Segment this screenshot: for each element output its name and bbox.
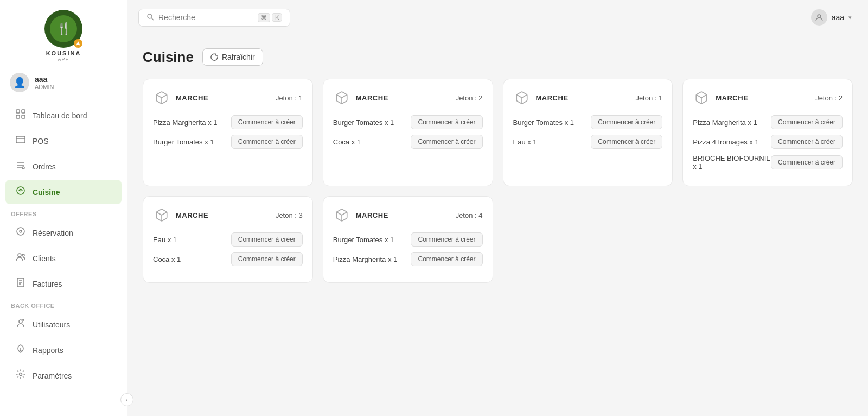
start-button-2[interactable]: Commencer à créer: [231, 252, 303, 266]
user-chip-name: aaa: [832, 13, 844, 22]
card-header-left: MARCHE: [513, 89, 569, 106]
sidebar-item-label: Paramètres: [33, 371, 72, 380]
order-item-name: Pizza Margherita x 1: [693, 118, 757, 127]
box-icon: [153, 89, 170, 106]
cuisine-icon: [15, 186, 26, 198]
svg-point-23: [818, 15, 821, 18]
main-content: ⌘ K aaa ▾ Cuisine: [127, 0, 868, 416]
rapports-icon: [15, 344, 26, 356]
order-item-1: Burger Tomates x 1 Commencer à créer: [333, 115, 483, 129]
order-item-name: BRIOCHE BIOFOURNIL x 1: [693, 154, 771, 171]
order-card-4: MARCHE Jeton : 2 Pizza Margherita x 1 Co…: [682, 79, 853, 186]
svg-line-22: [152, 18, 154, 20]
sidebar-item-label: Réservation: [33, 229, 73, 237]
parametres-icon: [15, 369, 26, 382]
page-header: Cuisine Rafraîchir: [143, 48, 853, 66]
order-item-name: Pizza Margherita x 1: [153, 118, 218, 127]
sidebar-item-ordres[interactable]: Ordres: [5, 154, 122, 179]
search-input[interactable]: [158, 13, 253, 22]
order-card-2: MARCHE Jeton : 2 Burger Tomates x 1 Comm…: [323, 79, 493, 186]
page-title: Cuisine: [143, 49, 194, 66]
sidebar-item-rapports[interactable]: Rapports: [5, 338, 122, 362]
avatar: 👤: [10, 73, 29, 92]
start-button-2[interactable]: Commencer à créer: [411, 135, 482, 149]
start-button-1[interactable]: Commencer à créer: [411, 115, 482, 129]
order-item-name: Eau x 1: [513, 138, 537, 146]
refresh-button[interactable]: Rafraîchir: [202, 48, 263, 66]
order-item-name: Burger Tomates x 1: [513, 118, 574, 127]
logo-sub: APP: [58, 56, 69, 62]
order-item-2: Pizza 4 fromages x 1 Commencer à créer: [693, 135, 843, 149]
order-item-1: Burger Tomates x 1 Commencer à créer: [513, 115, 663, 129]
sidebar-item-label: Rapports: [33, 346, 63, 355]
order-item-name: Burger Tomates x 1: [153, 138, 214, 146]
start-button-1[interactable]: Commencer à créer: [231, 115, 303, 129]
sidebar-item-factures[interactable]: Factures: [5, 272, 122, 296]
topbar: ⌘ K aaa ▾: [127, 0, 868, 35]
card-header: MARCHE Jeton : 1: [513, 89, 663, 106]
refresh-label: Rafraîchir: [222, 53, 255, 61]
order-item-name: Pizza Margherita x 1: [333, 255, 398, 263]
sidebar-item-pos[interactable]: POS: [5, 129, 122, 153]
search-shortcut: ⌘ K: [258, 13, 282, 22]
sidebar-nav: Tableau de bord POS Ordres: [0, 100, 127, 416]
order-item-2: Coca x 1 Commencer à créer: [333, 135, 483, 149]
order-item-name: Coca x 1: [333, 138, 361, 146]
cards-grid: MARCHE Jeton : 1 Pizza Margherita x 1 Co…: [143, 79, 853, 283]
search-icon: [146, 13, 154, 22]
start-button-1[interactable]: Commencer à créer: [231, 232, 303, 247]
sidebar-item-label: Factures: [33, 280, 62, 288]
start-button-2[interactable]: Commencer à créer: [591, 135, 662, 149]
order-item-1: Pizza Margherita x 1 Commencer à créer: [693, 115, 843, 129]
sidebar-item-label: POS: [33, 137, 49, 146]
shortcut-k: K: [272, 13, 282, 22]
card-header-left: MARCHE: [333, 206, 388, 224]
offres-section-label: Offres: [0, 205, 127, 219]
svg-rect-3: [22, 115, 25, 118]
order-item-name: Eau x 1: [153, 236, 177, 244]
start-button-1[interactable]: Commencer à créer: [771, 115, 843, 129]
sidebar-collapse-button[interactable]: ‹: [120, 393, 133, 406]
card-header: MARCHE Jeton : 4: [333, 206, 483, 224]
card-token: Jeton : 3: [276, 211, 303, 219]
topbar-right: aaa ▾: [806, 7, 857, 28]
start-button-3[interactable]: Commencer à créer: [771, 155, 843, 169]
sidebar-item-clients[interactable]: Clients: [5, 246, 122, 270]
order-card-5: MARCHE Jeton : 3 Eau x 1 Commencer à cré…: [143, 196, 313, 283]
logo-area: 🍴 KOUSINA APP: [0, 0, 127, 67]
start-button-1[interactable]: Commencer à créer: [411, 232, 482, 247]
order-item-1: Pizza Margherita x 1 Commencer à créer: [153, 115, 303, 129]
user-menu-button[interactable]: aaa ▾: [806, 7, 857, 28]
svg-rect-0: [16, 110, 20, 113]
fork-icon: 🍴: [56, 22, 71, 36]
sidebar-item-label: Tableau de bord: [33, 111, 87, 120]
svg-point-7: [17, 228, 24, 235]
svg-point-8: [20, 230, 22, 232]
search-box[interactable]: ⌘ K: [138, 9, 290, 27]
order-item-name: Burger Tomates x 1: [333, 118, 394, 127]
start-button-2[interactable]: Commencer à créer: [771, 135, 843, 149]
box-icon: [333, 89, 350, 106]
order-item-2: Pizza Margherita x 1 Commencer à créer: [333, 252, 483, 266]
sidebar-item-parametres[interactable]: Paramètres: [5, 363, 122, 388]
card-header-left: MARCHE: [333, 89, 388, 106]
svg-point-6: [22, 167, 24, 169]
start-button-2[interactable]: Commencer à créer: [411, 252, 482, 266]
card-token: Jeton : 1: [635, 94, 662, 102]
sidebar-item-label: Utilisateurs: [33, 320, 70, 329]
sidebar-item-reservation[interactable]: Réservation: [5, 220, 122, 245]
start-button-2[interactable]: Commencer à créer: [231, 135, 303, 149]
card-token: Jeton : 4: [456, 211, 483, 219]
sidebar-item-tableau-de-bord[interactable]: Tableau de bord: [5, 103, 122, 128]
logo-text: KOUSINA: [46, 50, 81, 56]
order-item-name: Burger Tomates x 1: [333, 236, 394, 244]
chevron-down-icon: ▾: [848, 14, 852, 21]
sidebar-item-cuisine[interactable]: Cuisine: [5, 180, 122, 204]
card-header: MARCHE Jeton : 1: [153, 89, 303, 106]
order-item-2: Coca x 1 Commencer à créer: [153, 252, 303, 266]
start-button-1[interactable]: Commencer à créer: [591, 115, 662, 129]
card-token: Jeton : 2: [456, 94, 483, 102]
card-header: MARCHE Jeton : 2: [333, 89, 483, 106]
box-icon: [693, 89, 710, 106]
sidebar-item-utilisateurs[interactable]: Utilisateurs: [5, 312, 122, 337]
